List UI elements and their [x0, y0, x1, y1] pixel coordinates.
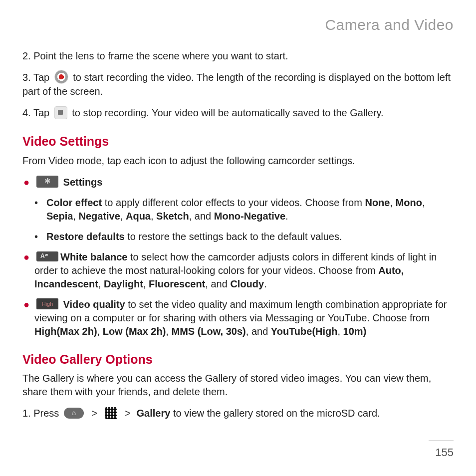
- bullet-dot: ●: [23, 298, 34, 338]
- sep: ,: [151, 211, 156, 222]
- restore-label: Restore defaults: [46, 231, 125, 242]
- opt: Mono-Negative: [214, 211, 285, 222]
- video-settings-intro: From Video mode, tap each icon to adjust…: [22, 154, 454, 168]
- wb-label: White balance: [60, 251, 127, 262]
- step-number: 3.: [22, 72, 31, 83]
- text: to restore the settings back to the defa…: [125, 231, 342, 242]
- heading-video-settings: Video Settings: [22, 133, 454, 150]
- page-number: 155: [435, 445, 454, 460]
- stop-icon: [54, 106, 67, 119]
- step-number: 2.: [22, 50, 31, 61]
- settings-label: Settings: [63, 177, 103, 188]
- step-number: 4.: [22, 107, 31, 118]
- bullet-color-effect: • Color effect to apply different color …: [22, 196, 454, 223]
- chapter-title: Camera and Video: [22, 15, 454, 35]
- step-text: Point the lens to frame the scene where …: [33, 50, 288, 61]
- step-text-a: Tap: [33, 72, 52, 83]
- white-balance-icon: [36, 251, 58, 261]
- step-4: 4. Tap to stop recording. Your video wil…: [22, 106, 454, 120]
- sep: ,: [337, 326, 343, 337]
- step-text-b: to start recording the video. The length…: [22, 72, 451, 97]
- opt: 10m): [343, 326, 367, 337]
- sep: ,: [143, 278, 149, 289]
- heading-video-gallery: Video Gallery Options: [22, 351, 454, 368]
- sep: ,: [120, 211, 126, 222]
- color-effect-label: Color effect: [46, 197, 102, 208]
- opt: Fluorescent: [149, 278, 205, 289]
- opt: YouTube(High: [271, 326, 338, 337]
- opt: MMS (Low, 30s): [171, 326, 245, 337]
- bullet-dot: •: [34, 196, 43, 223]
- bullet-white-balance: ● White balance to select how the camcor…: [22, 250, 454, 291]
- sep: .: [285, 211, 288, 222]
- gallery-intro: The Gallery is where you can access the …: [22, 372, 454, 399]
- step-text-b: to stop recording. Your video will be au…: [72, 107, 383, 118]
- sep: , and: [205, 278, 230, 289]
- opt: Low (Max 2h): [103, 326, 166, 337]
- opt: Cloudy: [230, 278, 264, 289]
- chevron-right-icon: >: [125, 407, 131, 420]
- sep: , and: [246, 326, 271, 337]
- quality-label: Video quality: [63, 299, 125, 310]
- opt: High(Max 2h): [34, 326, 97, 337]
- sep: ,: [422, 197, 425, 208]
- opt: Aqua: [126, 211, 151, 222]
- gallery-step-1: 1. Press > > Gallery to view the gallery…: [22, 407, 454, 420]
- gear-icon: [36, 176, 58, 188]
- opt: Mono: [396, 197, 422, 208]
- bullet-dot: •: [34, 230, 43, 243]
- page-rule: [429, 441, 454, 441]
- opt: Sketch: [156, 211, 189, 222]
- bullet-restore-defaults: • Restore defaults to restore the settin…: [22, 230, 454, 243]
- bullet-dot: ●: [23, 250, 34, 291]
- sep: ,: [97, 326, 103, 337]
- text: Press: [33, 408, 62, 419]
- sep: , and: [189, 211, 214, 222]
- record-icon: [54, 70, 68, 84]
- sep: ,: [98, 278, 104, 289]
- bullet-settings: ● Settings: [22, 176, 454, 189]
- step-text-a: Tap: [33, 107, 52, 118]
- text: to apply different color effects to your…: [102, 197, 365, 208]
- opt: Daylight: [104, 278, 143, 289]
- sep: ,: [73, 211, 78, 222]
- manual-page: Camera and Video 2. Point the lens to fr…: [0, 0, 476, 476]
- opt: None: [365, 197, 390, 208]
- gallery-label: Gallery: [137, 408, 171, 419]
- sep: ,: [390, 197, 395, 208]
- quality-icon: High: [36, 298, 58, 309]
- opt: Negative: [78, 211, 120, 222]
- sep: ,: [166, 326, 171, 337]
- bullet-dot: ●: [23, 176, 34, 189]
- step-number: 1.: [22, 408, 31, 419]
- sep: .: [264, 278, 267, 289]
- chevron-right-icon: >: [92, 407, 98, 420]
- opt: Sepia: [46, 211, 73, 222]
- text: to view the gallery stored on the microS…: [170, 408, 380, 419]
- step-2: 2. Point the lens to frame the scene whe…: [22, 49, 454, 63]
- home-icon: [64, 408, 84, 419]
- bullet-video-quality: ● High Video quality to set the video qu…: [22, 298, 454, 338]
- apps-grid-icon: [105, 407, 117, 419]
- step-3: 3. Tap to start recording the video. The…: [22, 71, 454, 99]
